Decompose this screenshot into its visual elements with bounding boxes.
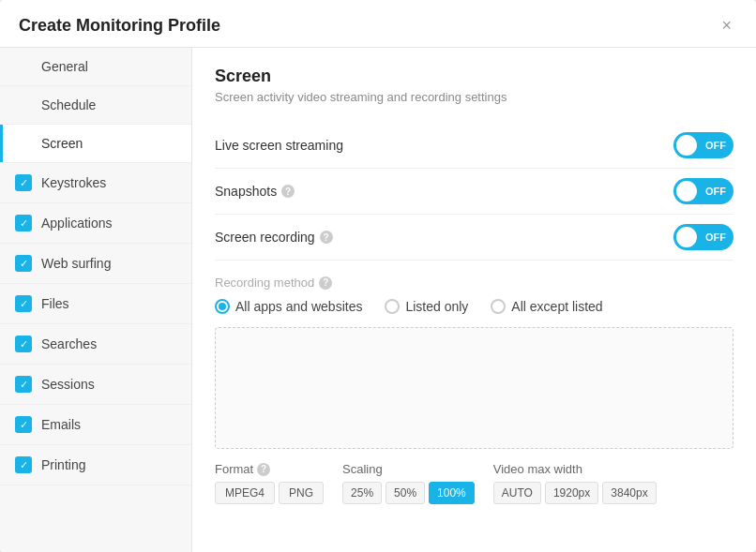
help-icon-snapshots[interactable]: ? [281,185,295,198]
recording-method-section: Recording method ? All apps and websites… [215,276,733,314]
toggle-label-snapshots: OFF [705,186,726,197]
radio-label-listed-only: Listed only [405,299,468,314]
radio-option-all-apps[interactable]: All apps and websites [215,299,362,314]
sidebar-item-sessions[interactable]: ✓Sessions [0,365,191,405]
close-button[interactable]: × [716,15,737,36]
toggle-label-live-streaming: OFF [705,140,726,151]
sidebar-label-general: General [41,59,176,74]
section-title: Screen [215,67,733,86]
toggle-thumb-snapshots [676,181,697,201]
check-icon-printing: ✓ [15,456,32,473]
sidebar-item-web-surfing[interactable]: ✓Web surfing [0,244,191,284]
sidebar-item-schedule[interactable]: Schedule [0,86,191,125]
scaling-btn-50%[interactable]: 50% [386,482,425,504]
sidebar-label-keystrokes: Keystrokes [41,175,176,190]
sidebar-label-applications: Applications [41,216,176,231]
toggle-live-streaming[interactable]: OFF [673,132,733,158]
sidebar-label-emails: Emails [41,417,176,432]
format-btn-mpeg4[interactable]: MPEG4 [215,482,275,504]
format-title: Format ? [215,462,324,476]
setting-label-snapshots: Snapshots? [215,184,295,199]
main-content: Screen Screen activity video streaming a… [192,48,756,552]
setting-label-text-live-streaming: Live screen streaming [215,138,343,153]
setting-row-live-streaming: Live screen streamingOFF [215,123,733,169]
radio-label-all-except: All except listed [511,299,602,314]
maxwidth-btn-3840px[interactable]: 3840px [602,482,656,504]
setting-label-text-snapshots: Snapshots [215,184,277,199]
check-icon-applications: ✓ [15,215,32,231]
create-monitoring-profile-dialog: Create Monitoring Profile × GeneralSched… [0,0,756,552]
check-icon-web-surfing: ✓ [15,255,32,272]
toggle-track-live-streaming: OFF [673,132,733,158]
radio-circle-listed-only [385,299,400,314]
sidebar-item-searches[interactable]: ✓Searches [0,324,191,365]
setting-label-screen-recording: Screen recording? [215,230,333,245]
section-subtitle: Screen activity video streaming and reco… [215,90,733,104]
sidebar-label-printing: Printing [41,457,176,472]
maxwidth-btn-AUTO[interactable]: AUTO [493,482,541,504]
check-icon-emails: ✓ [15,416,32,433]
format-buttons: MPEG4PNG [215,482,324,504]
check-icon-searches: ✓ [15,336,32,352]
dialog-header: Create Monitoring Profile × [0,0,756,48]
radio-circle-all-except [491,299,506,314]
sidebar-item-general[interactable]: General [0,48,191,86]
setting-label-text-screen-recording: Screen recording [215,230,315,245]
dialog-body: GeneralScheduleScreen✓Keystrokes✓Applica… [0,48,756,552]
help-icon-screen-recording[interactable]: ? [320,231,333,244]
setting-row-screen-recording: Screen recording?OFF [215,215,733,261]
toggle-track-screen-recording: OFF [673,224,733,250]
setting-label-live-streaming: Live screen streaming [215,138,343,153]
drop-area [215,327,733,449]
check-icon-sessions: ✓ [15,376,32,393]
sidebar-label-web-surfing: Web surfing [41,256,176,271]
check-icon-keystrokes: ✓ [15,174,32,191]
sidebar-item-keystrokes[interactable]: ✓Keystrokes [0,163,191,203]
maxwidth-btn-1920px[interactable]: 1920px [545,482,598,504]
dialog-title: Create Monitoring Profile [19,16,220,36]
format-section: Format ? MPEG4PNG Scaling 25%50%100% Vid… [215,462,733,504]
radio-option-all-except[interactable]: All except listed [491,299,602,314]
sidebar-item-printing[interactable]: ✓Printing [0,445,191,485]
radio-group: All apps and websitesListed onlyAll exce… [215,299,733,314]
sidebar-label-files: Files [41,296,176,311]
scaling-btn-100%[interactable]: 100% [429,482,475,504]
toggle-label-screen-recording: OFF [705,231,726,243]
video-max-width-group: Video max width AUTO1920px3840px [493,462,657,504]
radio-circle-all-apps [215,299,230,314]
toggle-thumb-screen-recording [676,227,697,247]
setting-row-snapshots: Snapshots?OFF [215,169,733,215]
scaling-buttons: 25%50%100% [342,482,475,504]
sidebar-item-applications[interactable]: ✓Applications [0,203,191,244]
check-icon-files: ✓ [15,295,32,312]
sidebar-label-sessions: Sessions [41,377,176,392]
video-max-width-buttons: AUTO1920px3840px [493,482,657,504]
sidebar: GeneralScheduleScreen✓Keystrokes✓Applica… [0,48,192,552]
format-group: Format ? MPEG4PNG [215,462,324,504]
radio-option-listed-only[interactable]: Listed only [385,299,468,314]
sidebar-label-screen: Screen [41,136,176,151]
sidebar-item-screen[interactable]: Screen [0,125,191,163]
toggle-screen-recording[interactable]: OFF [673,224,733,250]
recording-method-title: Recording method ? [215,276,733,290]
toggle-track-snapshots: OFF [673,178,733,204]
recording-method-help-icon[interactable]: ? [319,276,332,290]
video-max-width-title: Video max width [493,462,657,476]
sidebar-item-emails[interactable]: ✓Emails [0,405,191,445]
scaling-group: Scaling 25%50%100% [342,462,475,504]
radio-label-all-apps: All apps and websites [235,299,362,314]
scaling-title: Scaling [342,462,475,476]
toggle-thumb-live-streaming [676,135,697,156]
sidebar-item-files[interactable]: ✓Files [0,284,191,324]
scaling-btn-25%[interactable]: 25% [342,482,382,504]
format-btn-png[interactable]: PNG [279,482,324,504]
sidebar-label-searches: Searches [41,336,176,351]
format-help-icon[interactable]: ? [257,463,270,476]
toggle-snapshots[interactable]: OFF [673,178,733,204]
sidebar-label-schedule: Schedule [41,97,176,112]
